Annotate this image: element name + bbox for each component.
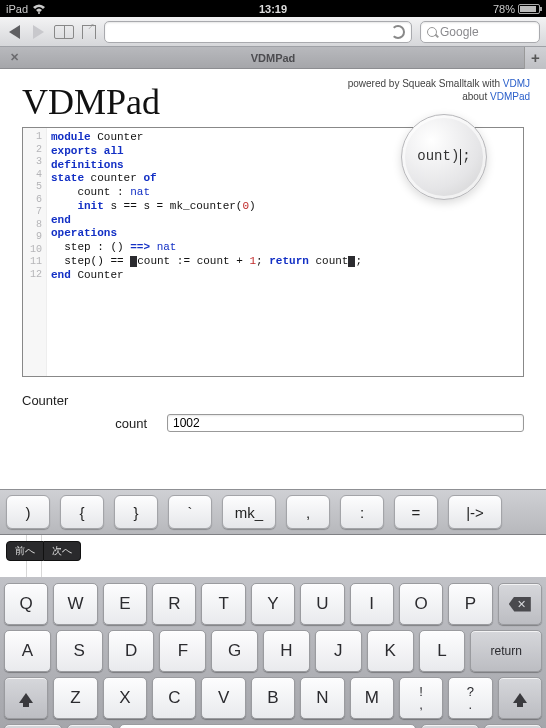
battery-icon	[518, 4, 540, 14]
form-prev-button[interactable]: 前へ	[6, 541, 44, 561]
symbol-key-row: ){}`mk_,:=|->	[0, 489, 546, 535]
reload-icon[interactable]	[391, 25, 405, 39]
search-bar[interactable]: Google	[420, 21, 540, 43]
state-title: Counter	[22, 393, 524, 408]
key-L[interactable]: L	[419, 630, 466, 672]
carrier-label: iPad	[6, 3, 28, 15]
code-editor[interactable]: 123456789101112 module Counter exports a…	[22, 127, 524, 377]
numeric-key[interactable]: .?123	[4, 724, 62, 728]
key-period[interactable]: ?.	[448, 677, 492, 719]
browser-toolbar: Google	[0, 17, 546, 47]
key-K[interactable]: K	[367, 630, 414, 672]
search-placeholder: Google	[440, 25, 479, 39]
key-T[interactable]: T	[201, 583, 245, 625]
line-gutter: 123456789101112	[23, 128, 47, 376]
credit-line: powered by Squeak Smalltalk with VDMJ ab…	[348, 77, 530, 103]
state-panel: Counter count	[22, 393, 524, 432]
back-button[interactable]	[6, 24, 22, 40]
symkey-{[interactable]: {	[60, 495, 104, 529]
symkey-mk_[interactable]: mk_	[222, 495, 276, 529]
form-assist-bar: 前へ 次へ	[6, 541, 81, 561]
battery-pct: 78%	[493, 3, 515, 15]
key-U[interactable]: U	[300, 583, 344, 625]
globe-key[interactable]	[67, 724, 114, 728]
clock: 13:19	[259, 3, 287, 15]
vdmpad-link[interactable]: VDMPad	[490, 91, 530, 102]
symkey-}[interactable]: }	[114, 495, 158, 529]
wifi-icon	[32, 4, 46, 14]
key-N[interactable]: N	[300, 677, 344, 719]
vdmj-link[interactable]: VDMJ	[503, 78, 530, 89]
key-M[interactable]: M	[350, 677, 394, 719]
state-value-input[interactable]	[167, 414, 524, 432]
shift-key-right[interactable]	[498, 677, 542, 719]
symkey-:[interactable]: :	[340, 495, 384, 529]
symkey-,[interactable]: ,	[286, 495, 330, 529]
tab-title: VDMPad	[251, 52, 296, 64]
key-R[interactable]: R	[152, 583, 196, 625]
search-icon	[427, 27, 437, 37]
symkey-|->[interactable]: |->	[448, 495, 502, 529]
return-key[interactable]: return	[470, 630, 542, 672]
key-Q[interactable]: Q	[4, 583, 48, 625]
shift-key[interactable]	[4, 677, 48, 719]
key-comma[interactable]: !,	[399, 677, 443, 719]
new-tab-button[interactable]: +	[524, 47, 546, 69]
key-X[interactable]: X	[103, 677, 147, 719]
code-area[interactable]: module Counter exports all definitions s…	[47, 128, 362, 376]
key-Z[interactable]: Z	[53, 677, 97, 719]
key-F[interactable]: F	[159, 630, 206, 672]
tab-bar: ✕ VDMPad +	[0, 47, 546, 69]
form-next-button[interactable]: 次へ	[44, 541, 81, 561]
share-icon[interactable]	[82, 25, 96, 39]
state-field-label: count	[22, 416, 167, 431]
key-A[interactable]: A	[4, 630, 51, 672]
key-S[interactable]: S	[56, 630, 103, 672]
url-bar[interactable]	[104, 21, 412, 43]
onscreen-keyboard: QWERTYUIOP✕ ASDFGHJKLreturn ZXCVBNM!,?. …	[0, 577, 546, 728]
symkey-)[interactable]: )	[6, 495, 50, 529]
key-Y[interactable]: Y	[251, 583, 295, 625]
backspace-key[interactable]: ✕	[498, 583, 542, 625]
key-E[interactable]: E	[103, 583, 147, 625]
space-key[interactable]	[119, 724, 416, 728]
symkey-=[interactable]: =	[394, 495, 438, 529]
ipad-status-bar: iPad 13:19 78%	[0, 0, 546, 17]
key-O[interactable]: O	[399, 583, 443, 625]
key-P[interactable]: P	[448, 583, 492, 625]
key-B[interactable]: B	[251, 677, 295, 719]
symkey-`[interactable]: `	[168, 495, 212, 529]
key-H[interactable]: H	[263, 630, 310, 672]
bookmarks-icon[interactable]	[54, 25, 74, 39]
text-magnifier: ount);	[401, 114, 487, 200]
key-W[interactable]: W	[53, 583, 97, 625]
page-content: powered by Squeak Smalltalk with VDMJ ab…	[0, 69, 546, 489]
forward-button[interactable]	[30, 24, 46, 40]
key-V[interactable]: V	[201, 677, 245, 719]
close-tab-button[interactable]: ✕	[10, 51, 19, 64]
key-D[interactable]: D	[108, 630, 155, 672]
key-I[interactable]: I	[350, 583, 394, 625]
key-J[interactable]: J	[315, 630, 362, 672]
key-G[interactable]: G	[211, 630, 258, 672]
key-C[interactable]: C	[152, 677, 196, 719]
numeric-key-right[interactable]: .?123	[421, 724, 479, 728]
mid-strip: 前へ 次へ	[0, 535, 546, 577]
hide-keyboard-key[interactable]	[484, 724, 542, 728]
